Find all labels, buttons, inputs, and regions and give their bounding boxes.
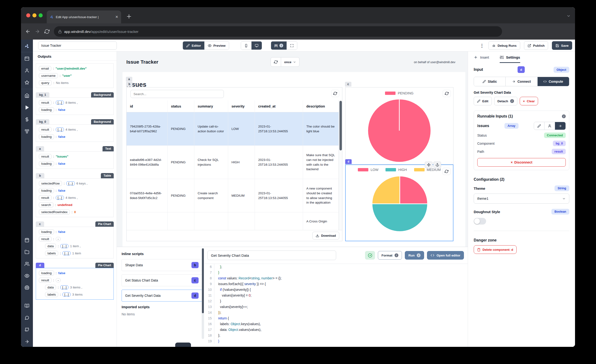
publish-button[interactable]: Publish	[524, 41, 548, 50]
output-entry[interactable]: username:"user"	[39, 73, 111, 78]
sidebar-item-workers[interactable]	[25, 285, 29, 290]
output-entry[interactable]: result:[...]4 items ,	[39, 195, 111, 200]
move-component-button[interactable]	[425, 162, 432, 168]
output-entry[interactable]: selectedRowIndex:0	[39, 209, 111, 215]
output-entry[interactable]: result:[...]4 items ,	[39, 127, 111, 132]
column-header[interactable]: status	[168, 100, 194, 112]
code-editor[interactable]: 6 };7}8const values: Record<string, numb…	[205, 264, 466, 346]
output-component-id[interactable]: bg_1	[36, 92, 49, 97]
open-full-editor-button[interactable]: Open full editor	[427, 251, 464, 260]
output-entry[interactable]: labels:[...]1 item	[45, 251, 111, 256]
output-entry[interactable]: loading:false	[39, 161, 111, 166]
tab-overflow-icon[interactable]	[566, 14, 571, 18]
compute-tab[interactable]: Compute	[538, 77, 569, 86]
output-component-id[interactable]: b	[36, 173, 44, 178]
connect-source-button[interactable]	[555, 122, 566, 130]
table-search-input[interactable]	[130, 90, 224, 98]
connect-tab[interactable]: Connect	[506, 77, 537, 86]
inline-script-item[interactable]: Get Status Chart Datac	[122, 274, 202, 286]
output-entry[interactable]: query:No items	[39, 80, 111, 85]
tab-insert[interactable]: Insert	[474, 52, 489, 63]
output-entry[interactable]: loading:false	[39, 188, 111, 193]
canvas-refresh-button[interactable]	[271, 58, 281, 67]
output-entry[interactable]: data:[...]3 items ,	[45, 285, 111, 290]
more-menu-icon[interactable]: ⋮	[480, 43, 484, 48]
output-entry[interactable]: loading:false	[39, 229, 111, 234]
output-entry[interactable]: loading:false	[39, 271, 111, 275]
output-entry[interactable]: labels:[...]3 items	[45, 292, 111, 297]
inline-script-item[interactable]: Shape Datab	[122, 259, 202, 271]
forward-button[interactable]	[35, 29, 40, 34]
tab-settings[interactable]: Settings	[500, 52, 520, 63]
delete-component-button[interactable]: Delete component: d	[474, 245, 517, 254]
clear-button[interactable]: ×Clear	[520, 97, 538, 105]
table-row[interactable]: A Cross Origin	[127, 212, 339, 230]
sidebar-item-apps[interactable]	[25, 56, 29, 61]
table-refresh-button[interactable]	[331, 90, 339, 97]
detach-button[interactable]: Detachi	[494, 97, 517, 105]
sidebar-item-resources[interactable]	[25, 129, 29, 134]
output-entry[interactable]: email:"user@windmill.dev"	[39, 66, 111, 71]
fullscreen-button[interactable]	[287, 41, 297, 50]
browser-tab[interactable]: Edit App u/user/issue-tracker | ✕	[47, 10, 121, 23]
anchor-component-button[interactable]	[433, 162, 441, 168]
doughnut-toggle[interactable]	[474, 218, 486, 224]
column-header[interactable]: description	[303, 100, 339, 112]
new-tab-button[interactable]	[126, 13, 132, 20]
sidebar-item-variables[interactable]	[25, 117, 29, 122]
github-icon[interactable]	[25, 327, 29, 332]
debug-runs-button[interactable]: Debug Runs	[488, 41, 520, 50]
address-bar[interactable]: app.windmill.dev/apps/edit/u/user/issue-…	[54, 26, 502, 37]
sidebar-item-groups[interactable]	[25, 261, 29, 266]
script-title-input[interactable]	[207, 251, 336, 260]
editor-tab[interactable]: Editor	[183, 41, 205, 50]
table-row[interactable]: 794208f5-2735-428a-b4af-b071ff0a2962PEND…	[127, 112, 339, 146]
collapse-rail-icon[interactable]	[25, 339, 29, 344]
schedule-dropdown[interactable]: once	[281, 58, 299, 67]
component-outline-button[interactable]: |0|i	[271, 41, 287, 50]
column-header[interactable]: id	[127, 100, 168, 112]
app-name-input[interactable]	[38, 41, 117, 50]
user-source-button[interactable]	[544, 122, 555, 130]
sidebar-item-folders[interactable]	[25, 250, 29, 254]
column-header[interactable]: severity	[228, 100, 255, 112]
output-component-id[interactable]: a	[36, 146, 44, 151]
table-row[interactable]: eaba8d96-e387-4d2d-8494-096e4143b8faPEND…	[127, 146, 339, 179]
save-button[interactable]: Save	[552, 41, 572, 50]
desktop-view-button[interactable]	[252, 41, 262, 50]
reload-button[interactable]	[44, 29, 50, 34]
table-scrollbar[interactable]	[339, 100, 342, 230]
output-component-id[interactable]: c	[36, 222, 44, 227]
output-entry[interactable]: result:-	[39, 237, 111, 241]
sidebar-item-user[interactable]	[25, 68, 29, 73]
sidebar-item-favorites[interactable]	[25, 80, 29, 85]
run-button[interactable]: Runi	[405, 251, 424, 260]
inline-script-item[interactable]: Get Severity Chart Datad	[122, 290, 202, 302]
window-minimize-button[interactable]	[32, 13, 37, 17]
output-entry[interactable]: result:"Issues"	[39, 154, 111, 159]
sidebar-item-docs[interactable]	[25, 304, 29, 308]
output-entry[interactable]: loading:false	[39, 107, 111, 112]
component-d-pie[interactable]: d LOWHIGHMEDIUM	[345, 164, 454, 241]
mobile-view-button[interactable]	[241, 41, 252, 50]
sidebar-item-runs[interactable]	[25, 105, 29, 110]
output-entry[interactable]: selectedRow:{...}6 keys ,	[39, 181, 111, 186]
output-component-id[interactable]: bg_0	[36, 119, 49, 124]
edit-button[interactable]: Edit	[474, 97, 492, 105]
output-entry[interactable]: search:undefined	[39, 202, 111, 207]
preview-tab[interactable]: Preview	[205, 41, 229, 50]
output-entry[interactable]: loading:false	[39, 134, 111, 139]
output-entry[interactable]: result:-	[39, 278, 111, 283]
window-zoom-button[interactable]	[39, 13, 43, 17]
sidebar-item-home[interactable]	[25, 93, 29, 98]
tab-close-icon[interactable]: ✕	[115, 15, 118, 19]
static-source-button[interactable]	[534, 122, 544, 130]
output-entry[interactable]: result:[...]8 items ,	[39, 100, 111, 105]
pie-c-refresh-button[interactable]	[443, 90, 451, 97]
component-c-pie[interactable]: c PENDING	[345, 87, 454, 164]
pie-d-refresh-button[interactable]	[442, 168, 451, 175]
table-row[interactable]: 07da0553-4e6e-4d56-8ded-5fd0f7d5c3c2PEND…	[127, 179, 339, 212]
column-header[interactable]: created_at	[255, 100, 303, 112]
sidebar-item-schedules[interactable]	[25, 238, 29, 242]
discord-icon[interactable]	[25, 315, 29, 320]
